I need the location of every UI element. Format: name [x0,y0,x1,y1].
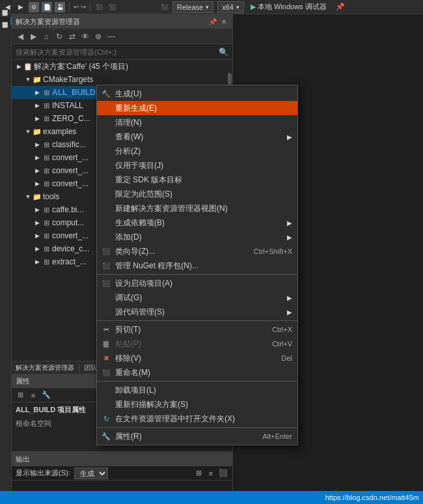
back-btn[interactable]: ◀ [3,2,13,12]
undo-redo[interactable]: ↩ ↪ [74,3,86,10]
props-settings-icon[interactable]: 🔧 [40,389,52,401]
open-folder-icon: ↻ [101,413,111,424]
pt-back[interactable]: ◀ [14,31,26,42]
panel-toolbar: ◀ ▶ ⌂ ↻ ⇄ 👁 ⊕ — [12,29,232,44]
convert1-label: convert_... [52,153,89,162]
rename-label: 重命名(M) [115,367,150,378]
output-icon3[interactable]: ⬛ [218,468,228,479]
tools-icon: 📁 [33,192,42,201]
pt-refresh[interactable]: ↻ [53,31,65,42]
namespace-label: 根命名空间 [16,419,51,428]
menu-item-rescan[interactable]: 重新扫描解决方案(S) [97,397,297,412]
forward-btn[interactable]: ▶ [16,2,26,12]
output-icon2[interactable]: ≡ [206,468,216,479]
props-list-icon[interactable]: ≡ [27,389,39,401]
menu-item-nuget[interactable]: ⬛ 管理 NuGet 程序包(N)... [97,259,297,273]
menu-item-clean[interactable]: 清理(N) [97,115,297,130]
toolbar-icon6[interactable]: ⬛ [159,2,170,12]
solution-explorer-tab[interactable]: 解决方案资源管理器 [0,17,12,25]
expand-comput: ▶ [33,218,42,227]
expand-zero: ▶ [33,114,42,123]
debug-arrow: ▶ [287,294,292,301]
menu-item-add[interactable]: 添加(D) ▶ [97,230,297,244]
project-only-label: 仅用于项目(J) [115,160,163,171]
classific-label: classific... [52,140,86,149]
pt-forward[interactable]: ▶ [27,31,39,42]
device-label: device_c... [52,244,89,253]
output-icons: ⊞ ≡ ⬛ [193,468,228,479]
build-label: 生成(U) [115,89,142,100]
toolbar-icon4[interactable]: ⬛ [94,2,105,12]
toolbar-icon5[interactable]: ⬛ [107,2,118,12]
toolbar-icon2[interactable]: 📄 [42,2,52,12]
caffebi-label: caffe.bi... [52,205,83,214]
menu-item-classwiz[interactable]: ⬛ 类向导(Z)... Ctrl+Shift+X [97,244,297,259]
menu-item-retarget[interactable]: 重定 SDK 版本目标 [97,173,297,187]
menu-item-analyze[interactable]: 分析(Z) [97,144,297,158]
search-input[interactable] [16,48,216,56]
paste-label: 粘贴(P) [115,339,141,350]
expand-cmake: ▼ [23,75,33,84]
caffebi-icon: ⊞ [42,205,51,214]
output-source-select[interactable]: 生成 [74,468,108,479]
menu-item-deps[interactable]: 生成依赖项(B) ▶ [97,216,297,230]
menu-item-rebuild[interactable]: 重新生成(E) [97,101,297,115]
menu-item-scope[interactable]: 限定为此范围(S) [97,187,297,201]
sep-1 [97,274,297,275]
props-grid-icon[interactable]: ⊞ [14,389,26,401]
menu-item-properties[interactable]: 🔧 属性(R) Alt+Enter [97,429,297,443]
menu-item-unload[interactable]: 卸载项目(L) [97,383,297,397]
pt-filter[interactable]: ⊕ [92,31,104,42]
panel-title: 解决方案资源管理器 [16,17,206,27]
extract-label: extract_... [52,257,87,266]
toolbar-icon3[interactable]: 💾 [55,2,65,12]
menu-item-debug[interactable]: 调试(G) ▶ [97,290,297,305]
menu-item-startup[interactable]: ⬛ 设为启动项目(A) [97,276,297,290]
menu-item-project-only[interactable]: 仅用于项目(J) [97,158,297,173]
convert2-icon: ⊞ [42,166,51,175]
tree-item-solution[interactable]: ▶ 📋 解决方案'Caffe' (45 个项目) [12,60,232,73]
cut-icon: ✂ [101,324,111,335]
output-title-text: 输出 [16,455,30,464]
menu-item-cut[interactable]: ✂ 剪切(T) Ctrl+X [97,322,297,337]
pt-view[interactable]: 👁 [79,31,91,42]
expand-convert-t: ▶ [33,231,42,240]
output-icon1[interactable]: ⊞ [193,468,204,479]
pt-settings[interactable]: — [105,31,117,42]
release-dropdown[interactable]: Release [172,1,213,13]
solution-icon: 📋 [23,62,33,71]
menu-item-remove[interactable]: ✖ 移除(V) Del [97,351,297,365]
close-panel-icon[interactable]: ✕ [219,17,228,26]
menu-item-open-folder[interactable]: ↻ 在文件资源管理器中打开文件夹(X) [97,412,297,426]
expand-convert3: ▶ [33,179,42,188]
add-arrow: ▶ [287,234,292,241]
scope-label: 限定为此范围(S) [115,189,172,200]
run-button[interactable]: ▶ 本地 Windows 调试器 [247,1,331,12]
new-view-label: 新建解决方案资源管理器视图(N) [115,203,228,214]
pin-icon[interactable]: 📌 [208,17,217,26]
output-source-label: 显示输出来源(S): [16,468,70,478]
menu-item-view[interactable]: 查看(W) ▶ [97,130,297,144]
toolbar-icon1[interactable]: ⚙ [29,2,39,12]
menu-item-new-view[interactable]: 新建解决方案资源管理器视图(N) [97,201,297,216]
debug-icon[interactable]: 📌 [336,3,345,11]
retarget-label: 重定 SDK 版本目标 [115,175,182,186]
rebuild-label: 重新生成(E) [115,103,157,114]
solution-explorer-footer[interactable]: 解决方案资源管理器 [16,363,74,372]
pt-sync[interactable]: ⇄ [66,31,78,42]
expand-convert1: ▶ [33,153,42,162]
menu-item-source-control[interactable]: 源代码管理(S) ▶ [97,305,297,319]
menu-item-build[interactable]: 🔨 生成(U) [97,87,297,101]
menu-item-rename[interactable]: ⬛ 重命名(M) [97,365,297,380]
tree-item-cmake[interactable]: ▼ 📁 CMakeTargets [12,73,232,86]
sep2 [90,3,90,12]
remove-label: 移除(V) [115,353,141,364]
pt-home[interactable]: ⌂ [40,31,52,42]
rescan-label: 重新扫描解决方案(S) [115,399,188,410]
team-explorer-tab[interactable]: 团队资源管理器 [0,29,12,36]
sep-3 [97,381,297,382]
context-menu: 🔨 生成(U) 重新生成(E) 清理(N) 查看(W) ▶ 分析(Z) 仅用于项… [96,85,298,445]
deps-arrow: ▶ [287,219,292,227]
x64-dropdown[interactable]: x64 [217,1,244,13]
output-toolbar: 显示输出来源(S): 生成 ⊞ ≡ ⬛ [12,466,232,481]
